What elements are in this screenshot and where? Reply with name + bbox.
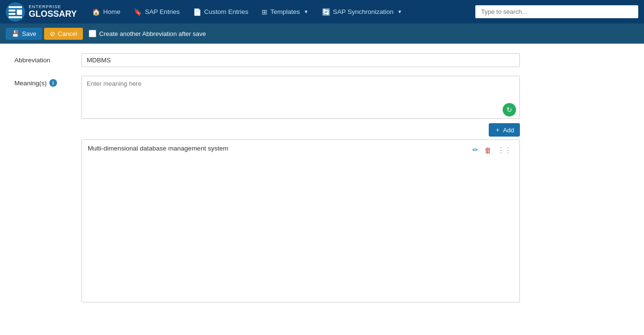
nav-item-sap-sync[interactable]: 🔄 SAP Synchronization ▼ xyxy=(316,5,408,19)
meaning-entry-text: Multi-dimensional database management sy… xyxy=(88,145,466,152)
svg-rect-5 xyxy=(17,10,22,15)
meanings-label: Meaning(s) i xyxy=(14,76,81,87)
nav-item-custom-entries[interactable]: 📄 Custom Entries xyxy=(187,5,254,19)
brand-logo-icon xyxy=(6,2,25,22)
meaning-refresh-button[interactable]: ↻ xyxy=(503,103,516,116)
add-btn-row: ＋ Add xyxy=(81,123,520,137)
svg-rect-1 xyxy=(9,6,22,8)
abbreviation-input[interactable] xyxy=(81,53,520,67)
cancel-button[interactable]: ⊘ Cancel xyxy=(44,28,83,40)
save-button[interactable]: 💾 Save xyxy=(6,28,42,40)
meanings-row: Meaning(s) i ↻ ＋ Add Multi-dimensional d… xyxy=(14,76,630,302)
custom-entries-icon: 📄 xyxy=(193,8,201,16)
nav-item-home[interactable]: 🏠 Home xyxy=(86,5,126,19)
edit-meaning-button[interactable]: ✏ xyxy=(471,145,481,155)
form-content: Abbreviation Meaning(s) i ↻ ＋ Add xyxy=(0,44,644,335)
create-another-checkbox-group[interactable]: Create another Abbreviation after save xyxy=(89,30,206,37)
abbreviation-row: Abbreviation xyxy=(14,53,630,67)
brand-glossary: GLOSSARY xyxy=(29,10,77,19)
add-meaning-button[interactable]: ＋ Add xyxy=(489,123,520,137)
add-label: Add xyxy=(503,127,514,134)
meaning-input-row: ↻ xyxy=(81,76,520,120)
templates-caret-icon: ▼ xyxy=(304,9,309,14)
create-another-checkbox[interactable] xyxy=(89,30,96,37)
sap-sync-icon: 🔄 xyxy=(322,8,330,16)
nav-home-label: Home xyxy=(103,8,120,15)
brand-logo-area[interactable]: ENTERPRISE GLOSSARY xyxy=(6,2,77,22)
toolbar: 💾 Save ⊘ Cancel Create another Abbreviat… xyxy=(0,23,644,44)
drag-meaning-button[interactable]: ⋮⋮ xyxy=(495,145,514,155)
create-another-label: Create another Abbreviation after save xyxy=(99,30,206,37)
svg-rect-4 xyxy=(9,16,22,18)
cancel-icon: ⊘ xyxy=(50,30,55,37)
search-input[interactable] xyxy=(475,5,638,18)
brand-text: ENTERPRISE GLOSSARY xyxy=(29,5,77,19)
abbreviation-label: Abbreviation xyxy=(14,53,81,64)
meaning-entry-actions: ✏ 🗑 ⋮⋮ xyxy=(471,145,514,155)
home-icon: 🏠 xyxy=(92,8,100,16)
svg-rect-2 xyxy=(9,10,15,12)
templates-icon: ⊞ xyxy=(262,8,267,16)
save-label: Save xyxy=(22,30,36,37)
refresh-icon: ↻ xyxy=(506,106,512,114)
cancel-label: Cancel xyxy=(58,30,77,37)
meaning-entry: Multi-dimensional database management sy… xyxy=(81,139,520,302)
navbar: ENTERPRISE GLOSSARY 🏠 Home 🔖 SAP Entries… xyxy=(0,0,644,23)
delete-meaning-button[interactable]: 🗑 xyxy=(483,145,494,155)
meanings-info-icon[interactable]: i xyxy=(49,79,57,87)
meaning-textarea[interactable] xyxy=(81,76,520,119)
svg-rect-3 xyxy=(9,13,15,15)
nav-item-templates[interactable]: ⊞ Templates ▼ xyxy=(256,5,314,19)
nav-sap-entries-label: SAP Entries xyxy=(145,8,180,15)
meanings-wrapper: ↻ ＋ Add Multi-dimensional database manag… xyxy=(81,76,520,302)
nav-item-sap-entries[interactable]: 🔖 SAP Entries xyxy=(128,5,185,19)
save-icon: 💾 xyxy=(12,30,19,37)
add-icon: ＋ xyxy=(494,126,501,134)
nav-templates-label: Templates xyxy=(270,8,300,15)
sap-entries-icon: 🔖 xyxy=(134,8,142,16)
sap-sync-caret-icon: ▼ xyxy=(397,9,402,14)
nav-custom-entries-label: Custom Entries xyxy=(204,8,248,15)
nav-sap-sync-label: SAP Synchronization xyxy=(333,8,394,15)
